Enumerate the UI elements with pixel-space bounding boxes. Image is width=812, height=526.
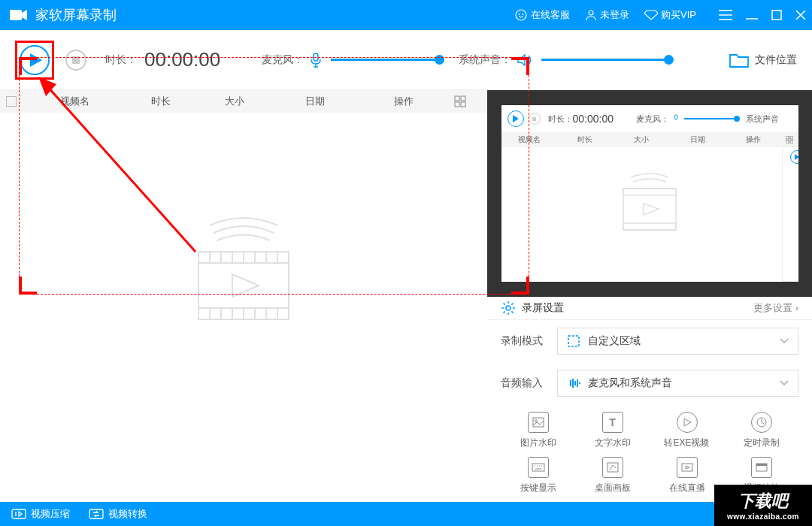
file-location-label: 文件位置 [755,53,797,67]
table-header: 视频名 时长 大小 日期 操作 [0,90,487,113]
video-convert-label: 视频转换 [108,507,147,521]
video-convert-button[interactable]: 视频转换 [89,507,147,521]
file-location-button[interactable]: 文件位置 [729,53,797,68]
desktop-board-option[interactable]: 桌面画板 [575,457,650,494]
column-name: 视频名 [26,95,123,108]
keyboard-icon [528,457,549,478]
folder-icon [729,53,749,68]
preview-window: 时长： 00:00:00 麦克风： 系统声音 视频名 时长 大小 日期 操作 [501,105,798,282]
svg-rect-20 [623,189,676,195]
mic-label: 麦克风： [262,53,304,67]
svg-rect-28 [607,463,618,472]
preview-mic-label: 麦克风： [636,113,669,125]
system-sound-label: 系统声音： [459,53,511,67]
video-compress-button[interactable]: 视频压缩 [11,507,70,521]
text-watermark-option[interactable]: T 文字水印 [575,412,650,449]
svg-rect-21 [623,223,676,230]
system-sound-slider[interactable] [541,59,669,61]
record-mode-label: 录制模式 [501,334,557,348]
svg-rect-16 [790,136,793,139]
stop-button[interactable] [65,50,86,71]
preview-duration-value: 00:00:00 [573,113,614,125]
column-size: 大小 [198,95,270,108]
svg-rect-10 [461,102,465,107]
selection-edge-bottom [37,294,511,295]
buy-vip-link[interactable]: 购买VIP [644,8,696,22]
image-watermark-label: 图片水印 [520,437,556,449]
preview-nested [782,147,798,282]
svg-point-3 [523,14,524,15]
board-icon [602,457,623,478]
preview-area: 时长： 00:00:00 麦克风： 系统声音 视频名 时长 大小 日期 操作 [487,90,812,297]
minimize-button[interactable] [746,10,758,20]
svg-point-2 [519,14,520,15]
audio-wave-icon [567,377,580,389]
bottombar: 视频压缩 视频转换 [0,502,812,526]
duration-label: 时长： [105,53,137,67]
svg-rect-29 [682,464,692,471]
image-icon [528,412,549,433]
menu-button[interactable] [719,10,732,20]
preview-toolbar: 时长： 00:00:00 麦克风： 系统声音 [501,105,798,132]
more-settings-link[interactable]: 更多设置 › [753,301,798,315]
preview-sys-label: 系统声音 [746,113,779,125]
custom-area-icon [567,334,580,348]
login-label: 未登录 [600,8,629,22]
svg-rect-27 [532,464,544,471]
diamond-icon [644,10,658,20]
login-link[interactable]: 未登录 [585,8,629,22]
fx-icon [751,457,772,478]
svg-rect-8 [461,96,465,101]
preview-nested-play-icon [790,150,798,164]
select-all-checkbox[interactable] [6,96,17,107]
compress-icon [11,509,26,519]
image-watermark-option[interactable]: 图片水印 [501,412,575,449]
preview-col-action: 操作 [726,135,782,145]
svg-rect-23 [568,336,579,346]
svg-rect-15 [786,136,789,139]
video-compress-label: 视频压缩 [31,507,70,521]
svg-rect-17 [786,141,789,144]
close-button[interactable] [795,10,806,20]
stream-icon [677,457,698,478]
live-stream-option[interactable]: 在线直播 [650,457,724,494]
titlebar: 家软屏幕录制 在线客服 未登录 购买VIP [0,0,812,30]
selection-edge-top [37,57,511,58]
svg-rect-7 [455,96,459,101]
preview-duration-label: 时长： [548,113,573,125]
column-action: 操作 [360,95,447,108]
record-mode-row: 录制模式 自定义区域 [487,320,812,362]
preview-grid-icon [786,136,793,144]
selection-edge-right [529,75,529,277]
grid-view-icon[interactable] [454,95,466,107]
preview-play-icon [508,110,524,127]
record-mode-select[interactable]: 自定义区域 [557,328,798,355]
mic-slider[interactable] [331,59,440,61]
content-area: 视频名 时长 大小 日期 操作 [0,90,812,502]
right-pane: 时长： 00:00:00 麦克风： 系统声音 视频名 时长 大小 日期 操作 [487,90,812,502]
svg-rect-5 [772,11,781,20]
empty-recordings [0,113,487,428]
maximize-button[interactable] [771,10,782,20]
audio-input-select[interactable]: 麦克风和系统声音 [557,370,798,397]
preview-mic-icon [672,114,680,123]
svg-point-22 [506,306,511,310]
svg-rect-31 [756,464,767,466]
timed-record-option[interactable]: 定时录制 [724,412,798,449]
preview-empty [501,147,798,260]
exe-icon [677,412,698,433]
preview-col-duration: 时长 [557,135,614,145]
svg-point-25 [535,420,537,422]
svg-point-1 [516,10,526,20]
online-support-link[interactable]: 在线客服 [514,8,570,22]
support-icon [514,8,528,22]
svg-point-4 [589,11,593,15]
audio-input-value: 麦克风和系统声音 [588,376,780,390]
recordings-pane: 视频名 时长 大小 日期 操作 [0,90,487,502]
key-display-option[interactable]: 按键显示 [501,457,575,494]
record-mode-value: 自定义区域 [588,334,780,348]
mic-icon[interactable] [310,53,322,68]
key-display-label: 按键显示 [520,482,556,494]
selection-corner-bl [19,277,37,295]
exe-video-option[interactable]: 转EXE视频 [650,412,724,449]
